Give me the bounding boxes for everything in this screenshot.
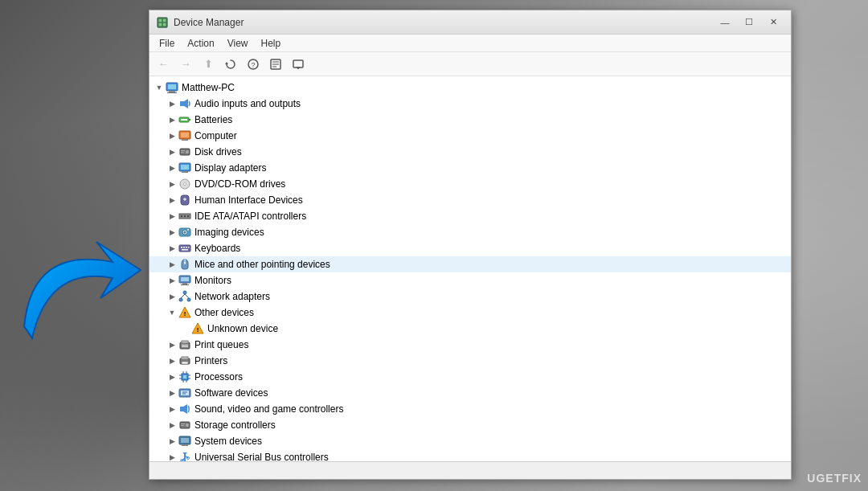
window-title: Device Manager (174, 17, 714, 28)
software-expand[interactable]: ▶ (166, 387, 178, 399)
svg-rect-25 (181, 133, 189, 137)
tree-root[interactable]: ▼ Matthew-PC (149, 80, 791, 96)
svg-rect-53 (182, 249, 188, 251)
statusbar (149, 461, 791, 479)
tree-item-sound[interactable]: ▶ Sound, video and game controllers (149, 401, 791, 417)
svg-rect-69 (182, 345, 188, 346)
device-manager-window: Device Manager — ☐ ✕ File Action View He… (149, 10, 792, 480)
svg-rect-4 (163, 23, 166, 26)
usb-icon (178, 451, 191, 461)
svg-rect-52 (188, 247, 190, 248)
watermark-text: UGETFIX (807, 472, 862, 485)
tree-item-display[interactable]: ▶ Display adapters (149, 160, 791, 176)
toolbar-back[interactable]: ← (153, 55, 174, 74)
tree-item-print-queues[interactable]: ▶ Print queues (149, 337, 791, 353)
tree-item-mice[interactable]: ▶ Mice and other pointing devices (149, 256, 791, 272)
svg-rect-12 (293, 60, 303, 68)
maximize-button[interactable]: ☐ (738, 14, 760, 31)
svg-rect-43 (187, 215, 189, 217)
toolbar-help[interactable]: ? (243, 55, 264, 74)
svg-rect-72 (182, 357, 188, 359)
dvd-expand[interactable]: ▶ (166, 178, 178, 190)
tree-item-audio[interactable]: ▶ Audio inputs and outputs (149, 96, 791, 112)
tree-item-keyboards[interactable]: ▶ Keyboards (149, 240, 791, 256)
network-label: Network adapters (194, 291, 270, 302)
minimize-button[interactable]: — (714, 14, 736, 31)
mice-expand[interactable]: ▶ (166, 258, 178, 271)
svg-rect-2 (163, 18, 166, 22)
disk-label: Disk drives (194, 146, 242, 158)
keyboards-expand[interactable]: ▶ (166, 242, 178, 255)
menu-file[interactable]: File (153, 36, 181, 51)
menu-help[interactable]: Help (255, 36, 288, 51)
svg-marker-5 (225, 62, 228, 64)
tree-item-system[interactable]: ▶ System devices (149, 433, 791, 449)
svg-marker-98 (182, 452, 187, 455)
tree-item-imaging[interactable]: ▶ Imaging devices (149, 224, 791, 240)
other-expand[interactable]: ▼ (166, 306, 178, 319)
imaging-expand[interactable]: ▶ (166, 226, 178, 239)
svg-rect-30 (181, 152, 184, 153)
computer-expand[interactable]: ▶ (166, 129, 178, 142)
display-expand[interactable]: ▶ (166, 162, 178, 174)
svg-rect-73 (182, 362, 188, 364)
ide-icon (178, 210, 191, 223)
window-controls: — ☐ ✕ (714, 14, 784, 31)
sound-expand[interactable]: ▶ (166, 403, 178, 415)
tree-view[interactable]: ▼ Matthew-PC ▶ Audio inpu (149, 76, 791, 461)
tree-item-hid[interactable]: ▶ Human Interface Devices (149, 192, 791, 208)
monitors-expand[interactable]: ▶ (166, 274, 178, 287)
toolbar-forward[interactable]: → (175, 55, 196, 74)
printers-expand[interactable]: ▶ (166, 354, 178, 367)
svg-rect-93 (181, 425, 184, 426)
svg-text:?: ? (251, 61, 255, 69)
root-expand[interactable]: ▼ (153, 81, 166, 94)
menu-view[interactable]: View (221, 36, 255, 51)
svg-rect-32 (181, 165, 189, 170)
network-expand[interactable]: ▶ (166, 290, 178, 303)
display-icon (178, 162, 191, 174)
tree-item-ide[interactable]: ▶ IDE ATA/ATAPI controllers (149, 208, 791, 224)
hid-expand[interactable]: ▶ (166, 194, 178, 207)
tree-item-usb[interactable]: ▶ Universal Serial Bus controllers (149, 449, 791, 461)
close-button[interactable]: ✕ (762, 14, 784, 31)
software-icon (178, 387, 191, 399)
tree-item-software[interactable]: ▶ Software devices (149, 385, 791, 401)
tree-item-batteries[interactable]: ▶ Batteries (149, 112, 791, 128)
processors-expand[interactable]: ▶ (166, 370, 178, 383)
print-queues-expand[interactable]: ▶ (166, 338, 178, 351)
audio-expand[interactable]: ▶ (166, 97, 178, 110)
svg-line-63 (181, 294, 185, 298)
tree-item-computer[interactable]: ▶ Computer (149, 128, 791, 144)
toolbar-up[interactable]: ⬆ (198, 55, 219, 74)
svg-rect-16 (168, 84, 176, 89)
toolbar-device-mgr[interactable] (288, 55, 309, 74)
disk-expand[interactable]: ▶ (166, 145, 178, 158)
svg-point-46 (184, 231, 186, 234)
tree-item-monitors[interactable]: ▶ Monitors (149, 272, 791, 288)
storage-expand[interactable]: ▶ (166, 419, 178, 432)
svg-rect-18 (167, 92, 177, 93)
svg-rect-48 (179, 245, 190, 252)
toolbar-properties[interactable] (265, 55, 286, 74)
dvd-icon (178, 178, 191, 190)
menu-action[interactable]: Action (181, 36, 220, 51)
svg-rect-51 (186, 247, 187, 248)
processors-icon (178, 370, 191, 383)
printers-label: Printers (194, 355, 227, 366)
ide-expand[interactable]: ▶ (166, 210, 178, 223)
tree-item-network[interactable]: ▶ Network adapters (149, 288, 791, 305)
svg-rect-85 (181, 391, 189, 395)
tree-item-storage[interactable]: ▶ Storage controllers (149, 417, 791, 433)
svg-rect-42 (184, 215, 186, 217)
usb-expand[interactable]: ▶ (166, 451, 178, 461)
tree-item-other[interactable]: ▼ ! Other devices (149, 305, 791, 321)
batteries-expand[interactable]: ▶ (166, 113, 178, 126)
tree-item-disk[interactable]: ▶ Disk drives (149, 144, 791, 160)
tree-item-unknown[interactable]: ▶ ! Unknown device (149, 321, 791, 337)
tree-item-dvd[interactable]: ▶ DVD/CD-ROM drives (149, 176, 791, 192)
toolbar-refresh[interactable] (220, 55, 241, 74)
tree-item-printers[interactable]: ▶ Printers (149, 353, 791, 369)
tree-item-processors[interactable]: ▶ Processors (149, 369, 791, 385)
system-expand[interactable]: ▶ (166, 435, 178, 448)
